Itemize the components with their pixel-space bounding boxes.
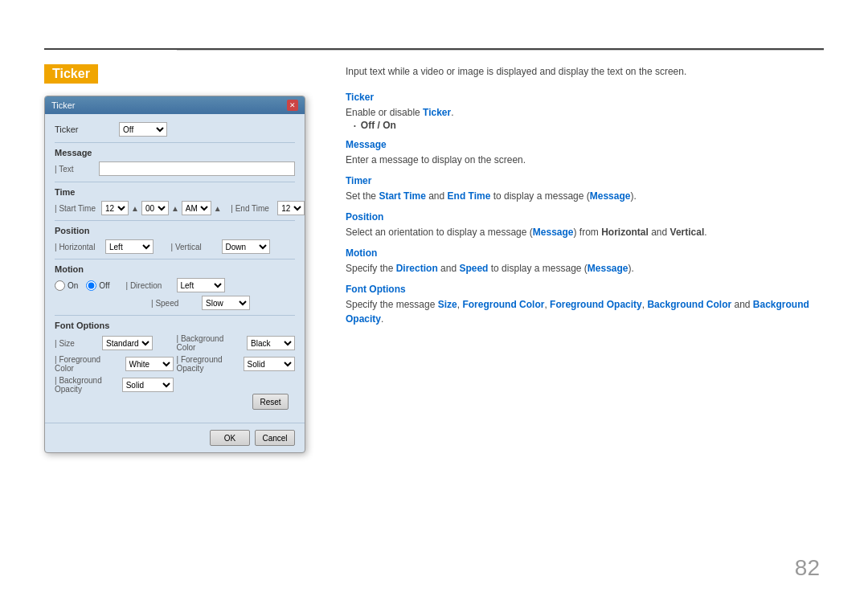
horizontal-select[interactable]: LeftRightCenter: [105, 239, 154, 254]
dialog-title: Ticker: [51, 100, 76, 110]
motion-radio-group: On Off: [55, 280, 110, 291]
motion-radio-row: On Off | Direction LeftRight: [55, 278, 295, 292]
bg-opacity-row: | Background Opacity SolidTransparent: [55, 376, 174, 394]
dialog-window: Ticker ✕ Ticker Off On Message | Text: [44, 96, 305, 453]
ticker-field-label: Ticker: [55, 125, 119, 134]
section-title: Ticker: [44, 64, 98, 84]
motion-on-radio[interactable]: On: [55, 280, 78, 291]
bg-color-label: | Background Color: [177, 334, 244, 352]
ticker-select[interactable]: Off On: [119, 122, 167, 137]
vertical-label: | Vertical: [171, 243, 215, 251]
direction-select[interactable]: LeftRight: [177, 278, 225, 292]
divider-4: [55, 259, 295, 260]
help-message-title: Message: [346, 139, 824, 150]
time-colon-2: ▲: [171, 204, 179, 213]
help-timer-desc: Set the Start Time and End Time to displ…: [346, 189, 824, 203]
motion-off-input[interactable]: [86, 280, 96, 291]
fg-color-label: | Foreground Color: [55, 355, 122, 373]
fg-color-row: | Foreground Color WhiteBlack: [55, 355, 174, 373]
speed-select[interactable]: SlowMediumFast: [202, 296, 250, 310]
dialog-titlebar: Ticker ✕: [45, 96, 305, 114]
help-position-title: Position: [346, 211, 824, 223]
message-input[interactable]: [99, 161, 295, 176]
help-ticker-bullet: • Off / On: [346, 120, 824, 131]
time-row: | Start Time 12 ▲ 00 ▲ AMPM ▲ | End Time…: [55, 201, 295, 215]
help-size-link: Size: [438, 299, 457, 310]
bg-opacity-select[interactable]: SolidTransparent: [122, 378, 174, 392]
page-number: 82: [795, 555, 820, 581]
motion-group-label: Motion: [55, 264, 295, 274]
help-horizontal-term: Horizontal: [601, 227, 649, 238]
help-ticker-desc: Enable or disable Ticker.: [346, 105, 824, 120]
font-options-grid: | Size StandardLargeSmall | Background C…: [55, 334, 295, 394]
fg-opacity-select[interactable]: SolidTransparent: [244, 357, 295, 371]
motion-off-radio[interactable]: Off: [86, 280, 109, 291]
help-fg-color-link: Foreground Color: [462, 299, 544, 310]
start-time-label: | Start Time: [55, 204, 99, 213]
help-font-options-desc: Specify the message Size, Foreground Col…: [346, 297, 824, 326]
motion-on-input[interactable]: [55, 280, 65, 291]
reset-button[interactable]: Reset: [252, 394, 289, 410]
top-rule-thin: [177, 50, 824, 51]
speed-label: | Speed: [151, 299, 195, 308]
help-fg-opacity-link: Foreground Opacity: [550, 299, 642, 310]
help-ticker: Ticker Enable or disable Ticker. • Off /…: [346, 92, 824, 131]
horizontal-label: | Horizontal: [55, 243, 99, 251]
divider-2: [55, 182, 295, 182]
help-timer-title: Timer: [346, 175, 824, 186]
start-time-hour[interactable]: 12: [101, 201, 129, 215]
help-direction-link: Direction: [396, 263, 438, 274]
fg-color-select[interactable]: WhiteBlack: [125, 357, 174, 371]
start-time-min[interactable]: 00: [141, 201, 169, 215]
end-time-hour[interactable]: 12: [277, 201, 305, 215]
help-message-desc: Enter a message to display on the screen…: [346, 153, 824, 167]
message-group-label: Message: [55, 148, 295, 157]
size-select[interactable]: StandardLargeSmall: [102, 336, 153, 350]
dialog-body: Ticker Off On Message | Text Time | Star…: [45, 114, 305, 423]
help-font-options-title: Font Options: [346, 284, 824, 295]
size-label: | Size: [55, 339, 99, 348]
help-vertical-term: Vertical: [670, 227, 705, 238]
reset-row: Reset: [55, 394, 295, 410]
left-section: Ticker Ticker ✕ Ticker Off On Message | …: [44, 64, 358, 453]
dialog-close-button[interactable]: ✕: [287, 100, 298, 111]
position-row: | Horizontal LeftRightCenter | Vertical …: [55, 239, 295, 254]
end-time-label: | End Time: [231, 204, 275, 213]
help-motion-desc: Specify the Direction and Speed to displ…: [346, 261, 824, 276]
divider-5: [55, 315, 295, 316]
time-group-label: Time: [55, 187, 295, 197]
fg-opacity-label: | Foreground Opacity: [177, 355, 240, 373]
help-position-message-link: Message: [533, 227, 574, 238]
cancel-button[interactable]: Cancel: [255, 430, 295, 446]
fg-opacity-row: | Foreground Opacity SolidTransparent: [177, 355, 296, 373]
direction-label: | Direction: [126, 281, 170, 290]
ticker-bullet-text: Off / On: [361, 120, 396, 131]
speed-row: | Speed SlowMediumFast: [55, 296, 295, 310]
divider-3: [55, 220, 295, 221]
help-font-options: Font Options Specify the message Size, F…: [346, 284, 824, 326]
help-start-time-link: Start Time: [379, 190, 425, 202]
ok-button[interactable]: OK: [210, 430, 250, 446]
help-motion-message-link: Message: [588, 263, 628, 274]
bg-color-select[interactable]: BlackWhite: [247, 336, 295, 350]
help-ticker-link: Ticker: [423, 107, 451, 118]
intro-text: Input text while a video or image is dis…: [346, 64, 824, 79]
help-message: Message Enter a message to display on th…: [346, 139, 824, 167]
time-colon-3: ▲: [214, 204, 222, 213]
motion-on-label: On: [68, 281, 78, 290]
help-timer: Timer Set the Start Time and End Time to…: [346, 175, 824, 203]
start-time-ampm[interactable]: AMPM: [182, 201, 211, 215]
vertical-select[interactable]: DownUp: [222, 239, 270, 254]
bg-opacity-label: | Background Opacity: [55, 376, 119, 394]
help-motion-title: Motion: [346, 247, 824, 259]
size-row: | Size StandardLargeSmall: [55, 334, 174, 352]
bullet-dot: •: [354, 122, 356, 129]
font-options-group-label: Font Options: [55, 321, 295, 330]
help-motion: Motion Specify the Direction and Speed t…: [346, 247, 824, 276]
help-end-time-link: End Time: [448, 190, 491, 202]
motion-off-label: Off: [99, 281, 109, 290]
help-position-desc: Select an orientation to display a messa…: [346, 225, 824, 239]
help-speed-link: Speed: [459, 263, 488, 274]
help-ticker-title: Ticker: [346, 92, 824, 103]
time-colon-1: ▲: [131, 204, 139, 213]
